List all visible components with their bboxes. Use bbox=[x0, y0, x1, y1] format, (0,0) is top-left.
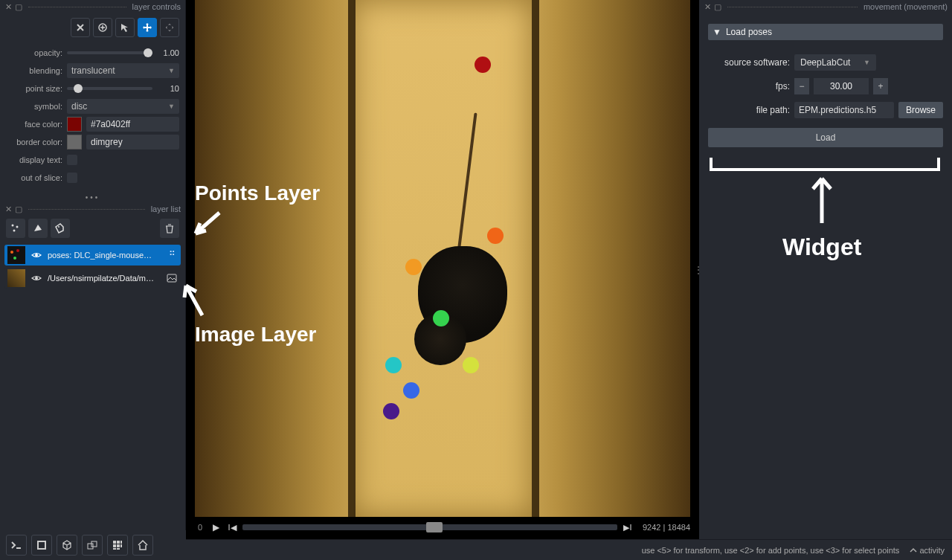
keypoint[interactable] bbox=[405, 259, 422, 275]
layer-label: /Users/nsirmpilatze/Data/m… bbox=[48, 274, 161, 283]
layer-controls-title: layer controls bbox=[132, 2, 181, 11]
border-color-label: border color: bbox=[6, 138, 62, 147]
frame-slider[interactable] bbox=[242, 524, 617, 530]
source-software-select[interactable]: DeepLabCut▼ bbox=[794, 54, 876, 71]
svg-point-1 bbox=[12, 225, 14, 227]
face-color-swatch[interactable] bbox=[67, 117, 82, 132]
home-button[interactable] bbox=[132, 535, 153, 556]
close-icon[interactable]: ✕ bbox=[704, 3, 711, 10]
viewer-canvas[interactable]: ⋮ 0 ▶ I◀ ▶I 9242 | 18484 bbox=[186, 0, 699, 539]
select-points-tool[interactable] bbox=[115, 18, 135, 37]
close-icon[interactable]: ✕ bbox=[4, 3, 12, 10]
out-of-slice-label: out of slice: bbox=[6, 173, 62, 182]
svg-point-6 bbox=[16, 249, 19, 252]
layer-controls-header: ✕ ▢ layer controls bbox=[0, 0, 185, 13]
fps-input[interactable]: 30.00 bbox=[814, 78, 869, 94]
viewer-toolbar bbox=[0, 530, 186, 560]
visibility-toggle[interactable] bbox=[30, 273, 43, 283]
fps-increment[interactable]: + bbox=[873, 78, 888, 94]
out-of-slice-checkbox[interactable] bbox=[67, 173, 77, 183]
file-path-input[interactable]: EPM.predictions.h5 bbox=[794, 102, 894, 118]
point-size-slider[interactable] bbox=[67, 87, 152, 90]
keypoint[interactable] bbox=[433, 310, 449, 326]
svg-point-3 bbox=[13, 230, 16, 232]
keypoint[interactable] bbox=[383, 403, 399, 419]
display-text-checkbox[interactable] bbox=[67, 155, 77, 165]
chevron-up-icon bbox=[910, 547, 917, 554]
transform-tool[interactable] bbox=[160, 18, 179, 37]
svg-rect-21 bbox=[117, 548, 120, 550]
layer-thumbnail-image bbox=[7, 269, 25, 287]
pan-zoom-tool[interactable] bbox=[138, 18, 157, 37]
layer-list-header: ✕ ▢ layer list bbox=[0, 202, 185, 216]
play-button[interactable]: ▶ bbox=[210, 521, 222, 533]
close-icon[interactable]: ✕ bbox=[4, 205, 12, 213]
border-color-input[interactable]: dimgrey bbox=[86, 135, 179, 149]
load-poses-section[interactable]: ▼ Load poses bbox=[708, 24, 943, 40]
keypoint[interactable] bbox=[385, 357, 402, 373]
delete-layer-button[interactable] bbox=[160, 219, 179, 238]
opacity-label: opacity: bbox=[6, 48, 62, 57]
svg-rect-20 bbox=[113, 548, 116, 550]
console-button[interactable] bbox=[6, 535, 27, 556]
blending-select[interactable]: translucent▼ bbox=[67, 63, 179, 78]
svg-point-4 bbox=[58, 226, 60, 228]
undock-icon[interactable]: ▢ bbox=[714, 3, 721, 10]
svg-rect-11 bbox=[38, 541, 45, 549]
panel-drag-handle[interactable]: ••• bbox=[0, 193, 185, 202]
svg-point-8 bbox=[35, 254, 38, 257]
layer-thumbnail-points bbox=[7, 246, 25, 264]
browse-button[interactable]: Browse bbox=[898, 102, 943, 118]
layer-item-poses[interactable]: poses: DLC_single-mouse… ⠛ bbox=[4, 245, 181, 265]
face-color-input[interactable]: #7a0402ff bbox=[86, 117, 179, 132]
movement-widget-header: ✕ ▢ movement (movement) bbox=[699, 0, 952, 13]
fps-decrement[interactable]: − bbox=[794, 78, 809, 94]
chevron-down-icon: ▼ bbox=[168, 67, 175, 74]
undock-icon[interactable]: ▢ bbox=[15, 3, 22, 10]
svg-point-5 bbox=[10, 251, 13, 254]
frame-counter: 9242 | 18484 bbox=[643, 523, 690, 532]
svg-rect-17 bbox=[113, 544, 116, 547]
display-text-label: display text: bbox=[6, 155, 62, 164]
new-shapes-button[interactable] bbox=[28, 219, 48, 238]
step-fwd-button[interactable]: ▶I bbox=[622, 521, 634, 533]
chevron-down-icon: ▼ bbox=[863, 59, 870, 66]
step-back-button[interactable]: I◀ bbox=[226, 521, 238, 533]
keypoint[interactable] bbox=[463, 357, 479, 373]
svg-rect-18 bbox=[117, 544, 120, 547]
status-bar: use <5> for transform, use <2> for add p… bbox=[186, 539, 952, 560]
points-tool-row bbox=[6, 18, 179, 37]
svg-rect-14 bbox=[113, 541, 116, 544]
keypoint[interactable] bbox=[403, 382, 419, 399]
visibility-toggle[interactable] bbox=[30, 250, 43, 260]
new-labels-button[interactable] bbox=[51, 219, 70, 238]
ndisplay-button[interactable] bbox=[31, 535, 52, 556]
layer-list: poses: DLC_single-mouse… ⠛ /Users/nsirmp… bbox=[0, 241, 185, 292]
activity-button[interactable]: activity bbox=[910, 546, 945, 555]
new-points-button[interactable] bbox=[6, 219, 25, 238]
status-hint: use <5> for transform, use <2> for add p… bbox=[642, 546, 900, 555]
opacity-slider[interactable] bbox=[67, 51, 152, 54]
fps-label: fps: bbox=[708, 81, 790, 91]
layer-item-image[interactable]: /Users/nsirmpilatze/Data/m… bbox=[4, 268, 181, 289]
add-points-tool[interactable] bbox=[93, 18, 112, 37]
svg-rect-16 bbox=[120, 541, 122, 544]
delete-points-tool[interactable] bbox=[71, 18, 90, 37]
undock-icon[interactable]: ▢ bbox=[15, 205, 22, 213]
image-type-icon bbox=[166, 273, 178, 283]
border-color-swatch[interactable] bbox=[67, 135, 82, 149]
point-size-label: point size: bbox=[6, 84, 62, 93]
layer-list-title: layer list bbox=[151, 205, 181, 213]
load-button[interactable]: Load bbox=[708, 128, 943, 147]
symbol-select[interactable]: disc▼ bbox=[67, 99, 179, 114]
svg-point-7 bbox=[13, 257, 16, 260]
keypoint[interactable] bbox=[487, 228, 504, 244]
annotation-bracket bbox=[710, 158, 940, 171]
svg-point-2 bbox=[16, 226, 19, 228]
roll-dims-button[interactable] bbox=[57, 535, 77, 556]
grid-button[interactable] bbox=[107, 535, 128, 556]
layer-label: poses: DLC_single-mouse… bbox=[48, 251, 161, 260]
chevron-down-icon: ▼ bbox=[168, 103, 175, 110]
source-software-label: source software: bbox=[708, 57, 790, 68]
transpose-button[interactable] bbox=[82, 535, 103, 556]
